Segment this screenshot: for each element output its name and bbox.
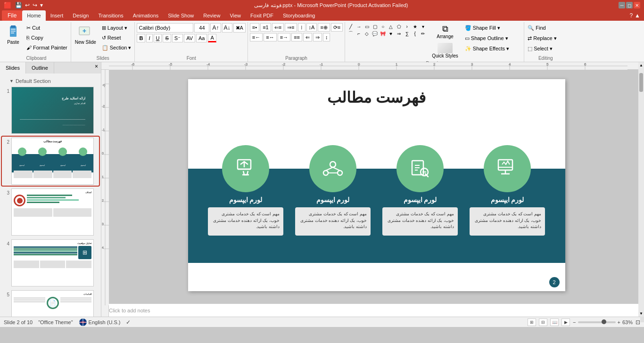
normal-view-btn[interactable]: ⊞ (528, 318, 536, 326)
fit-slide-btn[interactable]: ⊡ (636, 319, 640, 326)
paste-button[interactable]: Paste (4, 23, 23, 46)
font-name-input[interactable] (137, 23, 193, 33)
save-qat-btn[interactable]: 💾 (14, 1, 23, 9)
align-right-button[interactable]: ≡→ (278, 33, 290, 41)
notes-area[interactable]: Click to add notes (101, 303, 644, 317)
quick-styles-button[interactable]: Quick Styles (430, 42, 460, 59)
bullets-button[interactable]: ≡• (250, 23, 259, 32)
char-spacing-button[interactable]: AV (184, 34, 195, 42)
copy-button[interactable]: ⎘ Copy (25, 33, 69, 42)
tab-transitions[interactable]: Transitions (93, 10, 128, 21)
slide-4-thumb[interactable]: تحلیل موقعیت ⊞ (11, 239, 94, 286)
rounded-rect-shape[interactable]: ▢ (371, 23, 379, 30)
minimize-btn[interactable]: ─ (619, 2, 625, 8)
tab-home[interactable]: Home (22, 10, 45, 21)
layout-button[interactable]: ⊞ Layout ▾ (100, 23, 133, 33)
slide-sorter-btn[interactable]: ⊟ (539, 318, 547, 326)
canvas-vscrollbar[interactable]: ▲ ▼ (638, 70, 644, 303)
chevron-shape[interactable]: › (403, 23, 411, 30)
flowchart-shape[interactable]: ◇ (363, 30, 371, 37)
shape-outline-button[interactable]: ▭ Shape Outline ▾ (463, 33, 511, 43)
slide-2-item[interactable]: 2 فهرست مطالب ایپسوم ایپسوم ایپسوم ای (2, 137, 99, 186)
underline-button[interactable]: U (154, 34, 162, 42)
outline-tab[interactable]: Outline (26, 62, 54, 74)
slide-1-item[interactable]: 1 ارائه اسلاید طرح اقدام تجاری ─────────… (2, 86, 99, 135)
redo-qat-btn[interactable]: ↪ (32, 1, 38, 9)
slide-3-thumb[interactable]: اهداف (11, 188, 94, 236)
zoom-out-btn[interactable]: − (573, 319, 576, 325)
tab-animations[interactable]: Animations (128, 10, 163, 21)
panel-close-button[interactable]: × (92, 62, 101, 74)
customize-qat-btn[interactable]: ▾ (39, 1, 44, 9)
close-btn[interactable]: ✕ (634, 2, 640, 8)
italic-button[interactable]: I (146, 34, 152, 42)
bold-button[interactable]: B (137, 34, 145, 42)
slide-frame[interactable]: فهرست مطالب (188, 79, 565, 291)
align-left-button[interactable]: ≡← (250, 33, 263, 41)
align-center-button[interactable]: ≡↔ (264, 33, 276, 41)
tab-review[interactable]: Review (198, 10, 225, 21)
shadow-button[interactable]: S⁻ (172, 34, 183, 42)
slide-2-thumb[interactable]: فهرست مطالب ایپسوم ایپسوم ایپسوم ایپسوم (11, 138, 94, 185)
text-direction-button[interactable]: ↕A (306, 23, 317, 32)
strikethrough-button[interactable]: S (163, 34, 171, 42)
restore-btn[interactable]: ◻ (626, 2, 633, 8)
curve-shape[interactable]: ⌒ (347, 30, 355, 37)
zoom-slider[interactable] (578, 321, 616, 323)
more-shapes-btn[interactable]: ▾ (419, 23, 427, 30)
rect-shape[interactable]: ▭ (363, 23, 371, 30)
arrow-shape[interactable]: → (355, 23, 363, 30)
replace-button[interactable]: ⇄ Replace ▾ (526, 33, 558, 43)
slide-5-item[interactable]: 5 اقدامات 📄 (2, 289, 99, 317)
reading-view-btn[interactable]: 📖 (550, 318, 559, 326)
font-color-button[interactable]: A (208, 34, 216, 42)
circle-shape[interactable]: ○ (379, 23, 387, 30)
rtl-button[interactable]: ⇐ (303, 33, 312, 41)
clear-format-button[interactable]: ✖A (233, 23, 246, 33)
decrease-font-button[interactable]: A↓ (222, 23, 232, 33)
new-slide-button[interactable]: New Slide (73, 23, 98, 46)
justify-button[interactable]: ≡≡ (291, 33, 302, 41)
select-button[interactable]: ⬚ Select ▾ (526, 44, 554, 53)
line-spacing-button[interactable]: ↕ (323, 33, 330, 41)
brace-shape[interactable]: { (411, 30, 419, 37)
tab-storyboarding[interactable]: Storyboarding (278, 10, 320, 21)
shape-effects-button[interactable]: ✨ Shape Effects ▾ (463, 44, 511, 53)
change-case-button[interactable]: Aa (196, 34, 207, 42)
slide-3-item[interactable]: 3 اهداف (2, 188, 99, 237)
font-size-input[interactable] (194, 23, 209, 33)
help-icon[interactable]: ? (629, 12, 633, 19)
tab-insert[interactable]: Insert (46, 10, 68, 21)
file-tab[interactable]: File (2, 10, 22, 21)
shape-fill-button[interactable]: 🪣 Shape Fill ▾ (463, 23, 511, 33)
undo-qat-btn[interactable]: ↩ (24, 1, 31, 9)
increase-font-button[interactable]: A↑ (210, 23, 221, 33)
section-collapse-icon[interactable]: ▼ (9, 79, 14, 83)
decrease-indent-button[interactable]: ⇐≡ (272, 23, 284, 32)
zoom-in-btn[interactable]: + (618, 319, 620, 325)
slides-tab[interactable]: Slides (0, 62, 26, 74)
triangle-shape[interactable]: △ (387, 23, 395, 30)
slide-1-thumb[interactable]: ارائه اسلاید طرح اقدام تجاری ───────────… (11, 87, 94, 134)
connector-shape[interactable]: ⌐ (355, 30, 363, 37)
tab-design[interactable]: Design (68, 10, 93, 21)
edit-shape[interactable]: ✏ (419, 30, 427, 37)
heart-shape[interactable]: ♥ (387, 30, 395, 37)
star-shape[interactable]: ★ (411, 23, 419, 30)
tab-foxit[interactable]: Foxit PDF (246, 10, 278, 21)
increase-indent-button[interactable]: ⇒≡ (285, 23, 297, 32)
numbering-button[interactable]: ≡1 (260, 23, 271, 32)
find-button[interactable]: 🔍 Find (526, 23, 547, 33)
block-arrow[interactable]: ⇒ (395, 30, 403, 37)
line-shape[interactable]: ╱ (347, 23, 355, 30)
section-button[interactable]: 📋 Section ▾ (100, 43, 133, 52)
arrange-button[interactable]: ⧉ Arrange (430, 23, 460, 40)
tab-view[interactable]: View (225, 10, 246, 21)
ltr-button[interactable]: ⇒ (313, 33, 322, 41)
slide-4-item[interactable]: 4 تحلیل موقعیت ⊞ (2, 238, 99, 287)
columns-button[interactable]: ⫶ (298, 23, 305, 32)
cut-button[interactable]: ✂ Cut (25, 23, 69, 33)
slideshow-btn[interactable]: ▶ (561, 318, 570, 326)
pentagon-shape[interactable]: ⬠ (395, 23, 403, 30)
minimize-ribbon-icon[interactable]: ▲ (635, 12, 640, 19)
